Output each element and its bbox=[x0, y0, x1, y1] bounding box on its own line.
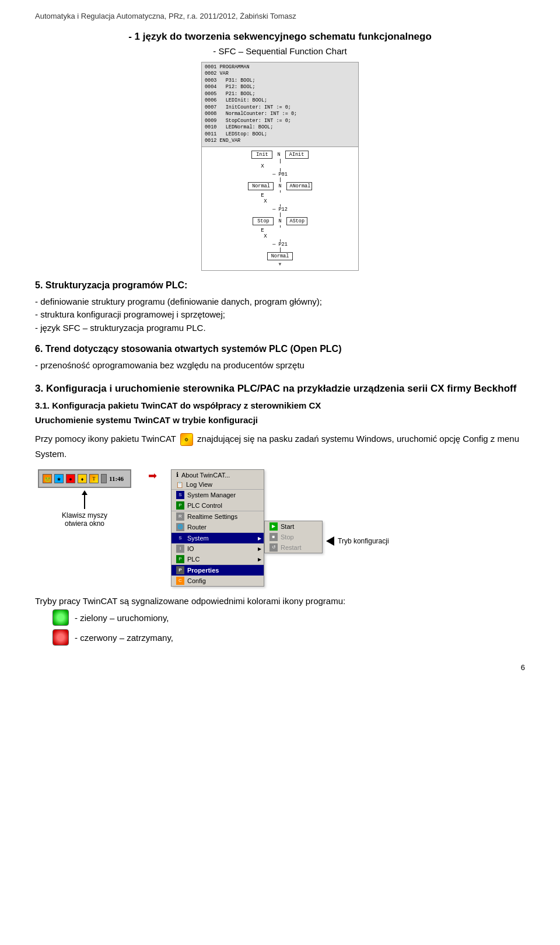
red-icon-row: - czerwony – zatrzymany, bbox=[52, 629, 525, 646]
taskbar-icon-4: ♦ bbox=[78, 474, 87, 483]
twincat-icon-inline: ⚙ bbox=[180, 433, 193, 446]
taskbar-clock: 11:46 bbox=[109, 475, 124, 482]
config-area: 🐸 ★ ● ♦ T 11:46 Klawisz myszy otwiera ok… bbox=[35, 469, 525, 587]
red-icon bbox=[52, 629, 69, 646]
sysmgr-icon: S bbox=[176, 491, 184, 499]
taskbar-icon-6 bbox=[101, 474, 107, 483]
red-label: - czerwony – zatrzymany, bbox=[75, 633, 173, 643]
section31-heading: 3.1. Konfiguracja pakietu TwinCAT do wsp… bbox=[35, 400, 525, 410]
section6-heading: 6. Trend dotyczący stosowania otwartych … bbox=[35, 344, 525, 354]
section3-heading: 3. Konfiguracja i uruchomienie sterownik… bbox=[35, 383, 525, 395]
taskbar-icon-1: 🐸 bbox=[43, 474, 52, 483]
log-icon: 📋 bbox=[176, 482, 183, 488]
page-header: Automatyka i Regulacja Automatyczna, PRz… bbox=[35, 12, 525, 20]
menu-system[interactable]: S System bbox=[172, 533, 264, 543]
start-icon: ▶ bbox=[270, 522, 278, 531]
plc2-icon: P bbox=[176, 555, 184, 563]
menu-plccontrol[interactable]: P PLC Control bbox=[172, 500, 264, 511]
section5-heading: 5. Strukturyzacja programów PLC: bbox=[35, 280, 525, 291]
sfc-diagram: 0001 PROGRAMMAN 0002 VAR 0003 P31: BOOL;… bbox=[35, 62, 525, 271]
page-number: 6 bbox=[35, 663, 525, 672]
twincat-menu: ℹ About TwinCAT... 📋 Log View S System M… bbox=[171, 469, 264, 587]
sys-icon: S bbox=[176, 534, 184, 542]
prop-icon: P bbox=[176, 566, 184, 574]
menu-router[interactable]: 🌐 Router bbox=[172, 522, 264, 533]
section5-text: - definiowanie struktury programu (defin… bbox=[35, 295, 525, 335]
cfg-icon: C bbox=[176, 577, 184, 585]
menu-realtime[interactable]: R Realtime Settings bbox=[172, 511, 264, 522]
taskbar-sim: 🐸 ★ ● ♦ T 11:46 bbox=[38, 469, 131, 488]
rt-icon: R bbox=[176, 512, 184, 521]
menu-config[interactable]: C Config bbox=[172, 576, 264, 586]
menu-properties[interactable]: P Properties bbox=[172, 565, 264, 576]
tryby-heading: Tryby pracy TwinCAT są sygnalizowane odp… bbox=[35, 596, 525, 606]
taskbar-icon-2: ★ bbox=[54, 474, 64, 483]
red-arrow: ➡ bbox=[148, 469, 157, 482]
sub-title: - SFC – Sequential Function Chart bbox=[35, 46, 525, 56]
io-icon: I bbox=[176, 545, 184, 553]
submenu-start[interactable]: ▶ Start bbox=[265, 521, 322, 532]
klawisz-label: Klawisz myszy otwiera okno bbox=[50, 511, 120, 528]
plc-icon: P bbox=[176, 501, 184, 510]
main-title: - 1 język do tworzenia sekwencyjnego sch… bbox=[35, 31, 525, 43]
tryb-label: Tryb konfiguracji bbox=[338, 537, 389, 545]
info-icon: ℹ bbox=[176, 471, 178, 479]
system-submenu: ▶ Start ■ Stop ↺ Restart bbox=[264, 521, 323, 553]
config-paragraph: Przy pomocy ikony pakietu TwinCAT ⚙ znaj… bbox=[35, 431, 525, 461]
tryb-arrow bbox=[326, 536, 334, 546]
menu-logview[interactable]: 📋 Log View bbox=[172, 480, 264, 490]
menu-sysmanager[interactable]: S System Manager bbox=[172, 490, 264, 500]
menu-about[interactable]: ℹ About TwinCAT... bbox=[172, 470, 264, 480]
submenu-stop[interactable]: ■ Stop bbox=[265, 532, 322, 542]
green-icon-row: - zielony – uruchomiony, bbox=[52, 609, 525, 626]
submenu-restart[interactable]: ↺ Restart bbox=[265, 542, 322, 553]
sfc-flowchart: Init N AInit X — P01 Normal N ANormal bbox=[202, 147, 358, 270]
menu-plc[interactable]: P PLC bbox=[172, 554, 264, 565]
menu-io[interactable]: I IO bbox=[172, 543, 264, 554]
green-icon bbox=[52, 609, 69, 626]
mouse-arrow bbox=[82, 490, 88, 509]
taskbar-icon-3: ● bbox=[66, 474, 75, 483]
green-label: - zielony – uruchomiony, bbox=[75, 613, 169, 623]
uruchomienie-heading: Uruchomienie systemu TwinCAT w trybie ko… bbox=[35, 414, 525, 427]
sfc-code-area: 0001 PROGRAMMAN 0002 VAR 0003 P31: BOOL;… bbox=[202, 62, 358, 147]
router-icon: 🌐 bbox=[176, 523, 184, 531]
stop-icon: ■ bbox=[270, 533, 278, 541]
restart-icon: ↺ bbox=[270, 543, 278, 552]
section6-text: - przenośność oprogramowania bez względu… bbox=[35, 359, 525, 372]
twincat-taskbar-icon[interactable]: T bbox=[89, 474, 99, 483]
